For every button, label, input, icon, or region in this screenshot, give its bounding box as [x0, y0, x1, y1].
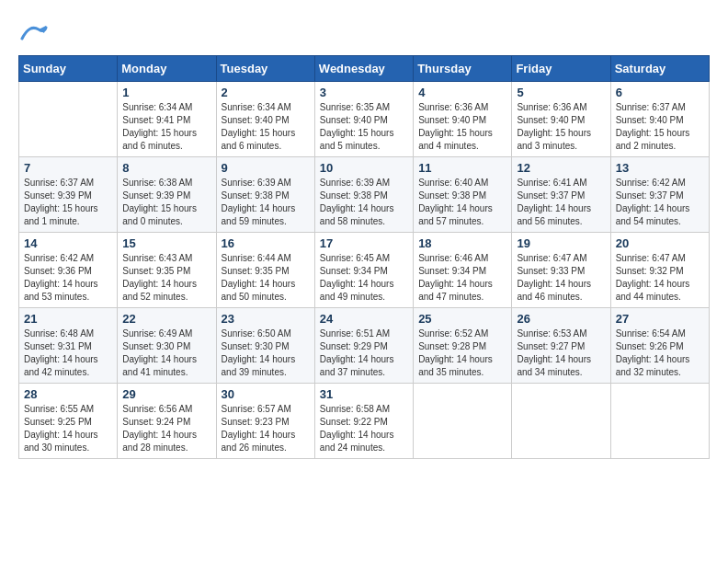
weekday-header-tuesday: Tuesday	[216, 56, 314, 82]
calendar-cell: 12Sunrise: 6:41 AMSunset: 9:37 PMDayligh…	[512, 157, 610, 233]
day-number: 20	[616, 236, 704, 250]
calendar-cell: 24Sunrise: 6:51 AMSunset: 9:29 PMDayligh…	[314, 308, 413, 384]
calendar-cell: 28Sunrise: 6:55 AMSunset: 9:25 PMDayligh…	[19, 384, 118, 459]
page-header	[18, 18, 710, 46]
calendar-week-4: 21Sunrise: 6:48 AMSunset: 9:31 PMDayligh…	[19, 308, 710, 384]
calendar-header: SundayMondayTuesdayWednesdayThursdayFrid…	[19, 56, 710, 82]
calendar-cell: 18Sunrise: 6:46 AMSunset: 9:34 PMDayligh…	[414, 233, 512, 308]
calendar-week-2: 7Sunrise: 6:37 AMSunset: 9:39 PMDaylight…	[19, 157, 710, 233]
day-info: Sunrise: 6:56 AMSunset: 9:24 PMDaylight:…	[122, 403, 210, 454]
day-info: Sunrise: 6:47 AMSunset: 9:32 PMDaylight:…	[616, 252, 704, 304]
day-number: 30	[222, 387, 310, 401]
day-info: Sunrise: 6:37 AMSunset: 9:39 PMDaylight:…	[24, 177, 112, 228]
calendar-cell: 30Sunrise: 6:57 AMSunset: 9:23 PMDayligh…	[216, 384, 314, 459]
calendar-cell: 29Sunrise: 6:56 AMSunset: 9:24 PMDayligh…	[118, 384, 216, 459]
calendar-cell: 7Sunrise: 6:37 AMSunset: 9:39 PMDaylight…	[19, 157, 118, 233]
day-info: Sunrise: 6:37 AMSunset: 9:40 PMDaylight:…	[616, 101, 704, 153]
calendar-cell: 6Sunrise: 6:37 AMSunset: 9:40 PMDaylight…	[610, 82, 709, 157]
day-info: Sunrise: 6:36 AMSunset: 9:40 PMDaylight:…	[418, 101, 506, 153]
day-info: Sunrise: 6:39 AMSunset: 9:38 PMDaylight:…	[222, 177, 310, 228]
day-number: 17	[320, 236, 408, 250]
logo	[18, 18, 48, 46]
weekday-header-thursday: Thursday	[414, 56, 512, 82]
calendar-cell: 16Sunrise: 6:44 AMSunset: 9:35 PMDayligh…	[216, 233, 314, 308]
day-info: Sunrise: 6:38 AMSunset: 9:39 PMDaylight:…	[122, 177, 210, 228]
day-number: 14	[24, 236, 112, 250]
day-info: Sunrise: 6:43 AMSunset: 9:35 PMDaylight:…	[122, 252, 210, 304]
day-info: Sunrise: 6:41 AMSunset: 9:37 PMDaylight:…	[517, 177, 605, 228]
logo-text	[18, 18, 48, 46]
weekday-header-wednesday: Wednesday	[314, 56, 413, 82]
day-info: Sunrise: 6:36 AMSunset: 9:40 PMDaylight:…	[517, 101, 605, 153]
calendar-cell: 9Sunrise: 6:39 AMSunset: 9:38 PMDaylight…	[216, 157, 314, 233]
day-number: 24	[320, 312, 408, 326]
day-number: 23	[222, 312, 310, 326]
day-number: 12	[517, 161, 605, 175]
calendar-cell: 8Sunrise: 6:38 AMSunset: 9:39 PMDaylight…	[118, 157, 216, 233]
calendar-cell: 3Sunrise: 6:35 AMSunset: 9:40 PMDaylight…	[314, 82, 413, 157]
weekday-header-saturday: Saturday	[610, 56, 709, 82]
day-number: 1	[122, 86, 210, 99]
day-number: 4	[418, 86, 506, 99]
day-info: Sunrise: 6:46 AMSunset: 9:34 PMDaylight:…	[418, 252, 506, 304]
calendar-cell: 15Sunrise: 6:43 AMSunset: 9:35 PMDayligh…	[118, 233, 216, 308]
day-info: Sunrise: 6:34 AMSunset: 9:41 PMDaylight:…	[122, 101, 210, 153]
calendar-table: SundayMondayTuesdayWednesdayThursdayFrid…	[18, 55, 710, 459]
day-info: Sunrise: 6:47 AMSunset: 9:33 PMDaylight:…	[517, 252, 605, 304]
day-info: Sunrise: 6:49 AMSunset: 9:30 PMDaylight:…	[122, 327, 210, 379]
day-number: 10	[320, 161, 408, 175]
calendar-cell: 26Sunrise: 6:53 AMSunset: 9:27 PMDayligh…	[512, 308, 610, 384]
day-number: 5	[517, 86, 605, 99]
day-number: 6	[616, 86, 704, 99]
calendar-cell: 17Sunrise: 6:45 AMSunset: 9:34 PMDayligh…	[314, 233, 413, 308]
day-info: Sunrise: 6:50 AMSunset: 9:30 PMDaylight:…	[222, 327, 310, 379]
day-info: Sunrise: 6:42 AMSunset: 9:36 PMDaylight:…	[24, 252, 112, 304]
calendar-cell: 21Sunrise: 6:48 AMSunset: 9:31 PMDayligh…	[19, 308, 118, 384]
day-number: 11	[418, 161, 506, 175]
calendar-week-5: 28Sunrise: 6:55 AMSunset: 9:25 PMDayligh…	[19, 384, 710, 459]
day-number: 19	[517, 236, 605, 250]
day-number: 7	[24, 161, 112, 175]
day-number: 29	[122, 387, 210, 401]
calendar-cell: 10Sunrise: 6:39 AMSunset: 9:38 PMDayligh…	[314, 157, 413, 233]
day-info: Sunrise: 6:53 AMSunset: 9:27 PMDaylight:…	[517, 327, 605, 379]
day-info: Sunrise: 6:58 AMSunset: 9:22 PMDaylight:…	[320, 403, 408, 454]
calendar-cell: 27Sunrise: 6:54 AMSunset: 9:26 PMDayligh…	[610, 308, 709, 384]
day-info: Sunrise: 6:52 AMSunset: 9:28 PMDaylight:…	[418, 327, 506, 379]
weekday-header-row: SundayMondayTuesdayWednesdayThursdayFrid…	[19, 56, 710, 82]
calendar-cell: 13Sunrise: 6:42 AMSunset: 9:37 PMDayligh…	[610, 157, 709, 233]
day-info: Sunrise: 6:39 AMSunset: 9:38 PMDaylight:…	[320, 177, 408, 228]
calendar-cell	[414, 384, 512, 459]
day-number: 26	[517, 312, 605, 326]
calendar-body: 1Sunrise: 6:34 AMSunset: 9:41 PMDaylight…	[19, 82, 710, 459]
calendar-cell: 2Sunrise: 6:34 AMSunset: 9:40 PMDaylight…	[216, 82, 314, 157]
day-number: 8	[122, 161, 210, 175]
day-info: Sunrise: 6:35 AMSunset: 9:40 PMDaylight:…	[320, 101, 408, 153]
calendar-week-1: 1Sunrise: 6:34 AMSunset: 9:41 PMDaylight…	[19, 82, 710, 157]
calendar-cell: 1Sunrise: 6:34 AMSunset: 9:41 PMDaylight…	[118, 82, 216, 157]
day-info: Sunrise: 6:48 AMSunset: 9:31 PMDaylight:…	[24, 327, 112, 379]
day-number: 27	[616, 312, 704, 326]
day-info: Sunrise: 6:34 AMSunset: 9:40 PMDaylight:…	[222, 101, 310, 153]
calendar-cell: 4Sunrise: 6:36 AMSunset: 9:40 PMDaylight…	[414, 82, 512, 157]
day-info: Sunrise: 6:44 AMSunset: 9:35 PMDaylight:…	[222, 252, 310, 304]
calendar-cell	[610, 384, 709, 459]
calendar-cell: 20Sunrise: 6:47 AMSunset: 9:32 PMDayligh…	[610, 233, 709, 308]
day-info: Sunrise: 6:51 AMSunset: 9:29 PMDaylight:…	[320, 327, 408, 379]
day-info: Sunrise: 6:57 AMSunset: 9:23 PMDaylight:…	[222, 403, 310, 454]
day-number: 15	[122, 236, 210, 250]
day-info: Sunrise: 6:55 AMSunset: 9:25 PMDaylight:…	[24, 403, 112, 454]
calendar-cell: 14Sunrise: 6:42 AMSunset: 9:36 PMDayligh…	[19, 233, 118, 308]
day-number: 22	[122, 312, 210, 326]
day-number: 16	[222, 236, 310, 250]
calendar-cell: 23Sunrise: 6:50 AMSunset: 9:30 PMDayligh…	[216, 308, 314, 384]
day-number: 25	[418, 312, 506, 326]
day-number: 13	[616, 161, 704, 175]
day-number: 2	[222, 86, 310, 99]
day-number: 9	[222, 161, 310, 175]
calendar-cell	[19, 82, 118, 157]
day-number: 18	[418, 236, 506, 250]
calendar-cell: 5Sunrise: 6:36 AMSunset: 9:40 PMDaylight…	[512, 82, 610, 157]
calendar-cell: 31Sunrise: 6:58 AMSunset: 9:22 PMDayligh…	[314, 384, 413, 459]
day-number: 28	[24, 387, 112, 401]
